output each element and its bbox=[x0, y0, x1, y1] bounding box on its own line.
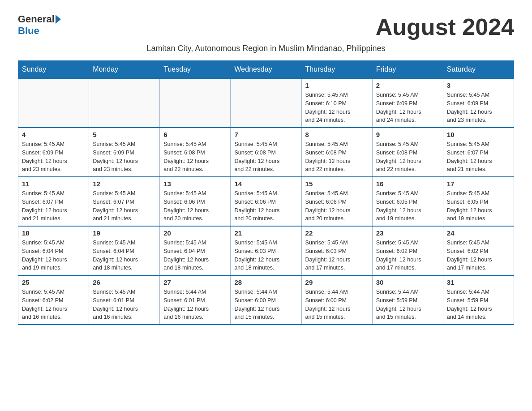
day-info: Sunrise: 5:45 AM Sunset: 6:03 PM Dayligh… bbox=[234, 239, 297, 272]
day-info: Sunrise: 5:45 AM Sunset: 6:02 PM Dayligh… bbox=[447, 239, 510, 272]
calendar-cell: 12Sunrise: 5:45 AM Sunset: 6:07 PM Dayli… bbox=[89, 177, 160, 226]
weekday-header-saturday: Saturday bbox=[443, 61, 514, 79]
day-number: 6 bbox=[163, 131, 227, 138]
weekday-header-friday: Friday bbox=[372, 61, 443, 79]
calendar-cell: 5Sunrise: 5:45 AM Sunset: 6:09 PM Daylig… bbox=[89, 128, 160, 177]
day-number: 23 bbox=[376, 229, 439, 237]
day-info: Sunrise: 5:45 AM Sunset: 6:08 PM Dayligh… bbox=[305, 140, 369, 174]
day-number: 2 bbox=[376, 81, 439, 89]
day-info: Sunrise: 5:44 AM Sunset: 5:59 PM Dayligh… bbox=[376, 288, 439, 321]
day-number: 1 bbox=[305, 81, 369, 89]
day-info: Sunrise: 5:45 AM Sunset: 6:02 PM Dayligh… bbox=[22, 288, 85, 321]
calendar-cell: 20Sunrise: 5:45 AM Sunset: 6:04 PM Dayli… bbox=[160, 226, 231, 275]
calendar-cell: 26Sunrise: 5:45 AM Sunset: 6:01 PM Dayli… bbox=[89, 275, 160, 325]
day-info: Sunrise: 5:45 AM Sunset: 6:01 PM Dayligh… bbox=[93, 288, 156, 321]
day-number: 21 bbox=[234, 229, 297, 237]
calendar-cell: 19Sunrise: 5:45 AM Sunset: 6:04 PM Dayli… bbox=[89, 226, 160, 275]
day-number: 8 bbox=[305, 131, 369, 138]
day-number: 20 bbox=[163, 229, 227, 237]
day-number: 27 bbox=[163, 278, 227, 286]
day-info: Sunrise: 5:44 AM Sunset: 6:00 PM Dayligh… bbox=[305, 288, 369, 321]
day-info: Sunrise: 5:45 AM Sunset: 6:07 PM Dayligh… bbox=[22, 189, 85, 223]
calendar-cell bbox=[18, 78, 89, 128]
calendar-cell: 30Sunrise: 5:44 AM Sunset: 5:59 PM Dayli… bbox=[372, 275, 443, 325]
day-info: Sunrise: 5:45 AM Sunset: 6:03 PM Dayligh… bbox=[305, 239, 369, 272]
calendar-cell bbox=[231, 78, 301, 128]
day-info: Sunrise: 5:45 AM Sunset: 6:02 PM Dayligh… bbox=[376, 239, 439, 272]
day-number: 14 bbox=[234, 180, 297, 188]
weekday-header-sunday: Sunday bbox=[18, 61, 89, 79]
calendar-cell: 23Sunrise: 5:45 AM Sunset: 6:02 PM Dayli… bbox=[372, 226, 443, 275]
day-number: 15 bbox=[305, 180, 369, 188]
calendar-week-row: 25Sunrise: 5:45 AM Sunset: 6:02 PM Dayli… bbox=[18, 275, 514, 325]
calendar-cell bbox=[160, 78, 231, 128]
logo-blue-text: Blue bbox=[18, 25, 39, 36]
calendar-cell: 29Sunrise: 5:44 AM Sunset: 6:00 PM Dayli… bbox=[301, 275, 372, 325]
day-number: 26 bbox=[93, 278, 156, 286]
weekday-header-tuesday: Tuesday bbox=[160, 61, 231, 79]
day-info: Sunrise: 5:44 AM Sunset: 5:59 PM Dayligh… bbox=[447, 288, 510, 321]
day-number: 3 bbox=[447, 81, 510, 89]
calendar-cell: 18Sunrise: 5:45 AM Sunset: 6:04 PM Dayli… bbox=[18, 226, 89, 275]
calendar-cell: 10Sunrise: 5:45 AM Sunset: 6:07 PM Dayli… bbox=[443, 128, 514, 177]
day-number: 12 bbox=[93, 180, 156, 188]
calendar-week-row: 4Sunrise: 5:45 AM Sunset: 6:09 PM Daylig… bbox=[18, 128, 514, 177]
day-info: Sunrise: 5:45 AM Sunset: 6:07 PM Dayligh… bbox=[447, 140, 510, 174]
calendar-cell: 6Sunrise: 5:45 AM Sunset: 6:08 PM Daylig… bbox=[160, 128, 231, 177]
day-number: 17 bbox=[447, 180, 510, 188]
day-info: Sunrise: 5:45 AM Sunset: 6:09 PM Dayligh… bbox=[22, 140, 85, 174]
calendar-cell: 9Sunrise: 5:45 AM Sunset: 6:08 PM Daylig… bbox=[372, 128, 443, 177]
day-number: 13 bbox=[163, 180, 227, 188]
calendar-cell: 8Sunrise: 5:45 AM Sunset: 6:08 PM Daylig… bbox=[301, 128, 372, 177]
calendar-cell: 28Sunrise: 5:44 AM Sunset: 6:00 PM Dayli… bbox=[231, 275, 301, 325]
calendar-cell: 22Sunrise: 5:45 AM Sunset: 6:03 PM Dayli… bbox=[301, 226, 372, 275]
day-number: 18 bbox=[22, 229, 85, 237]
day-number: 24 bbox=[447, 229, 510, 237]
day-number: 22 bbox=[305, 229, 369, 237]
day-info: Sunrise: 5:45 AM Sunset: 6:05 PM Dayligh… bbox=[376, 189, 439, 223]
day-number: 28 bbox=[234, 278, 297, 286]
weekday-header-thursday: Thursday bbox=[301, 61, 372, 79]
calendar-cell bbox=[89, 78, 160, 128]
calendar-cell: 7Sunrise: 5:45 AM Sunset: 6:08 PM Daylig… bbox=[231, 128, 301, 177]
day-info: Sunrise: 5:45 AM Sunset: 6:07 PM Dayligh… bbox=[93, 189, 156, 223]
day-info: Sunrise: 5:45 AM Sunset: 6:05 PM Dayligh… bbox=[447, 189, 510, 223]
calendar-subtitle: Lamitan City, Autonomous Region in Musli… bbox=[18, 44, 514, 53]
calendar-cell: 15Sunrise: 5:45 AM Sunset: 6:06 PM Dayli… bbox=[301, 177, 372, 226]
calendar-cell: 16Sunrise: 5:45 AM Sunset: 6:05 PM Dayli… bbox=[372, 177, 443, 226]
calendar-cell: 27Sunrise: 5:44 AM Sunset: 6:01 PM Dayli… bbox=[160, 275, 231, 325]
calendar-week-row: 1Sunrise: 5:45 AM Sunset: 6:10 PM Daylig… bbox=[18, 78, 514, 128]
calendar-cell: 4Sunrise: 5:45 AM Sunset: 6:09 PM Daylig… bbox=[18, 128, 89, 177]
calendar-cell: 31Sunrise: 5:44 AM Sunset: 5:59 PM Dayli… bbox=[443, 275, 514, 325]
logo-general-text: General bbox=[18, 13, 55, 25]
day-info: Sunrise: 5:45 AM Sunset: 6:04 PM Dayligh… bbox=[22, 239, 85, 272]
day-number: 10 bbox=[447, 131, 510, 138]
calendar-cell: 11Sunrise: 5:45 AM Sunset: 6:07 PM Dayli… bbox=[18, 177, 89, 226]
day-number: 9 bbox=[376, 131, 439, 138]
calendar-cell: 2Sunrise: 5:45 AM Sunset: 6:09 PM Daylig… bbox=[372, 78, 443, 128]
day-info: Sunrise: 5:44 AM Sunset: 6:00 PM Dayligh… bbox=[234, 288, 297, 321]
calendar-cell: 21Sunrise: 5:45 AM Sunset: 6:03 PM Dayli… bbox=[231, 226, 301, 275]
day-info: Sunrise: 5:45 AM Sunset: 6:08 PM Dayligh… bbox=[234, 140, 297, 174]
day-number: 30 bbox=[376, 278, 439, 286]
calendar-week-row: 11Sunrise: 5:45 AM Sunset: 6:07 PM Dayli… bbox=[18, 177, 514, 226]
month-title: August 2024 bbox=[376, 13, 514, 40]
day-info: Sunrise: 5:44 AM Sunset: 6:01 PM Dayligh… bbox=[163, 288, 227, 321]
day-number: 19 bbox=[93, 229, 156, 237]
weekday-header-wednesday: Wednesday bbox=[231, 61, 301, 79]
day-number: 16 bbox=[376, 180, 439, 188]
weekday-header-row: SundayMondayTuesdayWednesdayThursdayFrid… bbox=[18, 61, 514, 79]
calendar-cell: 13Sunrise: 5:45 AM Sunset: 6:06 PM Dayli… bbox=[160, 177, 231, 226]
calendar-cell: 14Sunrise: 5:45 AM Sunset: 6:06 PM Dayli… bbox=[231, 177, 301, 226]
day-info: Sunrise: 5:45 AM Sunset: 6:09 PM Dayligh… bbox=[447, 91, 510, 124]
calendar-table: SundayMondayTuesdayWednesdayThursdayFrid… bbox=[18, 60, 514, 325]
day-info: Sunrise: 5:45 AM Sunset: 6:10 PM Dayligh… bbox=[305, 91, 369, 124]
weekday-header-monday: Monday bbox=[89, 61, 160, 79]
day-info: Sunrise: 5:45 AM Sunset: 6:04 PM Dayligh… bbox=[163, 239, 227, 272]
day-number: 7 bbox=[234, 131, 297, 138]
day-number: 31 bbox=[447, 278, 510, 286]
day-number: 4 bbox=[22, 131, 85, 138]
calendar-cell: 1Sunrise: 5:45 AM Sunset: 6:10 PM Daylig… bbox=[301, 78, 372, 128]
day-info: Sunrise: 5:45 AM Sunset: 6:09 PM Dayligh… bbox=[376, 91, 439, 124]
day-info: Sunrise: 5:45 AM Sunset: 6:06 PM Dayligh… bbox=[305, 189, 369, 223]
